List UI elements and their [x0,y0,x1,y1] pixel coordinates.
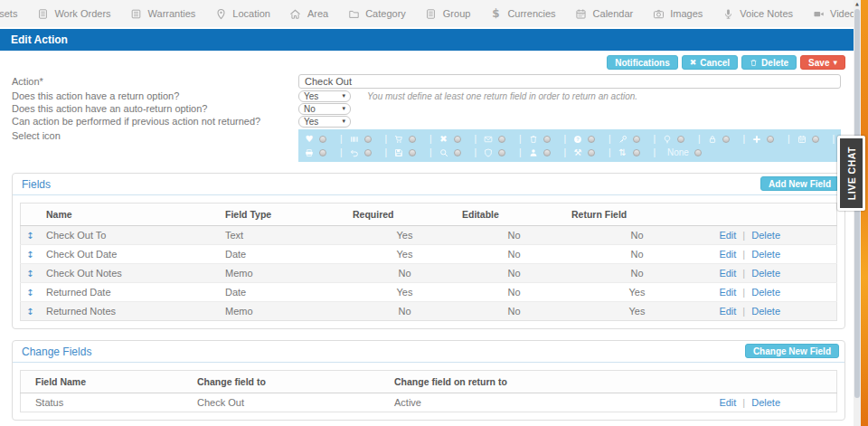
return-option-select[interactable]: Yes ▾ [298,90,351,102]
change-new-field-button[interactable]: Change New Field [745,344,839,358]
icon-radio-undo[interactable] [364,149,372,156]
icon-option-heart: ♥ [304,134,349,144]
delete-link[interactable]: Delete [751,287,780,298]
notifications-button[interactable]: Notifications [607,55,678,70]
cell-field-type: Date [220,283,347,302]
icon-option-question: ? [572,134,618,144]
nav-item-currencies[interactable]: $Currencies [489,8,555,19]
icon-radio-key[interactable] [633,136,640,143]
select-icon-row: Select icon ♥✖? ⚒⇅None [12,128,845,162]
cell-name: Check Out Notes [41,264,220,283]
drag-handle-icon[interactable]: ↕ [26,289,33,298]
icon-radio-barcode[interactable] [364,136,372,143]
delete-link[interactable]: Delete [751,268,780,279]
icon-option-plus [751,134,797,144]
nav-item-assets[interactable]: Assets [0,8,17,20]
cell-field-type: Memo [220,302,347,321]
icon-radio-sort[interactable] [633,149,640,156]
doc-stack-icon [425,8,438,20]
icon-radio-bulb[interactable] [677,136,684,143]
cell-return-field: Yes [566,302,703,321]
return-option-label: Does this action have a return option? [12,90,298,101]
video-icon [812,8,825,20]
delete-button[interactable]: Delete [741,55,797,70]
shield-icon [483,148,494,157]
drag-handle-icon[interactable]: ↕ [26,232,33,241]
close-x-icon: ✖ [439,135,449,144]
nav-item-area[interactable]: Area [289,8,328,20]
icon-option-search [439,147,484,157]
edit-link[interactable]: Edit [719,306,736,317]
icon-radio-calendar[interactable] [812,136,819,143]
chevron-down-icon: ▾ [342,93,345,99]
icon-radio-shield[interactable] [498,149,505,156]
table-row: ↕Check Out DateDateYesNoNoEditDelete [21,245,837,264]
icon-radio-question[interactable] [588,136,595,143]
cell-field-name: Status [21,393,193,412]
edit-link[interactable]: Edit [719,397,736,408]
icon-radio-lock[interactable] [722,136,730,143]
scroll-up-arrow[interactable]: ▲ [854,0,861,8]
drag-handle-icon[interactable]: ↕ [26,308,33,317]
vertical-scrollbar[interactable]: ▲ [854,0,861,426]
nav-item-label: Location [232,8,270,19]
icon-radio-plus[interactable] [767,136,774,143]
doc-stack-icon [36,8,49,20]
edit-link[interactable]: Edit [719,287,736,298]
column-header: Change field to [192,371,389,393]
icon-radio-close-x[interactable] [454,136,461,143]
delete-link[interactable]: Delete [751,397,780,408]
delete-link[interactable]: Delete [751,249,780,260]
action-input[interactable]: Check Out [298,74,841,89]
select-icon-label: Select icon [12,130,298,141]
cell-name: Returned Date [41,283,220,302]
nav-item-work-orders[interactable]: Work Orders [36,8,110,20]
folder-icon [347,8,360,20]
nav-item-calendar[interactable]: Calendar [575,8,634,20]
icon-option-close-x: ✖ [439,134,484,144]
icon-radio-search[interactable] [454,149,461,156]
drag-handle-icon[interactable]: ↕ [26,270,33,279]
nav-item-label: Group [443,8,471,19]
pin-icon [214,8,227,20]
add-new-field-button[interactable]: Add New Field [760,176,839,191]
live-chat-label: LIVE CHAT [846,147,857,200]
nav-item-warranties[interactable]: Warranties [130,8,196,20]
change-table-body: StatusCheck OutActiveEditDelete [21,393,837,412]
nav-item-category[interactable]: Category [347,8,406,20]
page-title: Edit Action [11,33,68,46]
nav-item-location[interactable]: Location [214,8,270,20]
icon-radio-none[interactable] [694,149,702,156]
delete-link[interactable]: Delete [751,306,780,317]
icon-option-tools: ⚒ [572,147,618,157]
heart-icon: ♥ [304,135,315,144]
delete-link[interactable]: Delete [751,230,780,241]
cell-name: Check Out Date [41,245,220,264]
icon-radio-tools[interactable] [588,149,595,156]
previous-action-label: Can action be performed if previous acti… [12,116,298,127]
edit-link[interactable]: Edit [719,230,736,241]
edit-link[interactable]: Edit [719,249,736,260]
nav-item-images[interactable]: Images [652,8,703,20]
icon-radio-cart[interactable] [409,136,416,143]
table-row: ↕Returned NotesMemoNoNoYesEditDelete [21,302,837,321]
cancel-button[interactable]: ✖ Cancel [682,55,738,70]
previous-action-select[interactable]: Yes ▾ [298,116,351,128]
icon-radio-printer[interactable] [319,149,326,156]
auto-return-select[interactable]: No ▾ [298,103,351,115]
action-form-row: Action* Check Out [12,73,845,89]
drag-handle-icon[interactable]: ↕ [26,251,33,260]
icon-option-trash [528,134,573,144]
trash-icon [750,59,758,67]
icon-radio-trash[interactable] [543,136,551,143]
save-button[interactable]: Save ▾ [800,55,845,70]
icon-radio-envelope[interactable] [498,136,505,143]
icon-radio-heart[interactable] [319,136,326,143]
nav-item-group[interactable]: Group [425,8,471,20]
icon-option-bulb [662,134,707,144]
icon-radio-person[interactable] [543,149,551,156]
icon-radio-floppy[interactable] [409,149,416,156]
edit-link[interactable]: Edit [719,268,736,279]
live-chat-tab[interactable]: LIVE CHAT [837,136,865,211]
nav-item-voice-notes[interactable]: Voice Notes [722,8,793,20]
